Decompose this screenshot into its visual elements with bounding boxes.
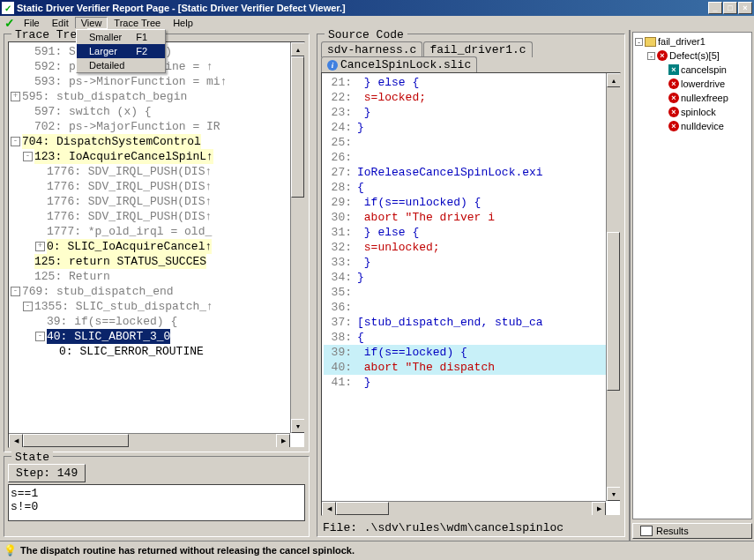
expand-icon[interactable]: -	[11, 137, 20, 146]
menu-view-detailed[interactable]: Detailed	[77, 58, 165, 72]
source-line[interactable]: 31: } else {	[324, 225, 618, 240]
line-number: 39:	[324, 345, 352, 360]
scroll-right-button[interactable]: ▶	[276, 434, 290, 448]
source-line[interactable]: 23: }	[324, 105, 618, 120]
results-button[interactable]: Results	[632, 523, 752, 539]
scrollbar-horizontal[interactable]: ◀ ▶	[322, 501, 606, 515]
scrollbar-horizontal[interactable]: ◀ ▶	[9, 433, 290, 447]
scroll-right-button[interactable]: ▶	[592, 502, 606, 516]
source-line[interactable]: 33: }	[324, 255, 618, 270]
source-line[interactable]: 29: if(s==unlocked) {	[324, 195, 618, 210]
trace-line[interactable]: +0: SLIC_IoAcquireCancel↑	[11, 239, 302, 254]
trace-line[interactable]: 593: ps->MinorFunction = mi↑	[11, 74, 302, 89]
source-line[interactable]: 21: } else {	[324, 75, 618, 90]
trace-line[interactable]: 1776: SDV_IRQL_PUSH(DIS↑	[11, 194, 302, 209]
scroll-thumb[interactable]	[23, 434, 129, 447]
source-line[interactable]: 26:	[324, 150, 618, 165]
menu-help[interactable]: Help	[167, 17, 199, 29]
trace-line[interactable]: 702: ps->MajorFunction = IR	[11, 119, 302, 134]
scroll-up-button[interactable]: ▲	[607, 73, 621, 87]
source-line[interactable]: 40: abort "The dispatch	[324, 360, 618, 375]
close-button[interactable]: ×	[738, 2, 752, 14]
scrollbar-vertical[interactable]: ▲ ▼	[290, 42, 304, 433]
defect-item[interactable]: ×nullexfreep	[635, 91, 750, 105]
selected-icon: ×	[668, 64, 679, 75]
collapse-icon[interactable]: -	[635, 38, 643, 46]
tree-group[interactable]: - × Defect(s)[5]	[635, 49, 750, 63]
source-line[interactable]: 38:{	[324, 330, 618, 345]
trace-text: 704: DispatchSystemControl	[22, 134, 201, 149]
trace-line[interactable]: 125: return STATUS_SUCCES	[11, 254, 302, 269]
menu-view-larger[interactable]: Larger F2	[77, 44, 165, 58]
tab-cancelspinlock[interactable]: i CancelSpinLock.slic	[321, 56, 477, 72]
trace-line[interactable]: -40: SLIC_ABORT_3_0	[11, 329, 302, 344]
scrollbar-vertical[interactable]: ▲ ▼	[606, 73, 620, 501]
source-line[interactable]: 25:	[324, 135, 618, 150]
scroll-left-button[interactable]: ◀	[322, 502, 336, 516]
tab-fail-driver1[interactable]: fail_driver1.c	[423, 41, 532, 57]
source-line[interactable]: 37:[stub_dispatch_end, stub_ca	[324, 315, 618, 330]
trace-line[interactable]: 1776: SDV_IRQL_PUSH(DIS↑	[11, 209, 302, 224]
trace-line[interactable]: 39: if(s==locked) {	[11, 314, 302, 329]
scroll-down-button[interactable]: ▼	[607, 487, 621, 501]
source-line[interactable]: 34:}	[324, 270, 618, 285]
defect-item[interactable]: ×cancelspin	[635, 63, 750, 77]
trace-tree-content[interactable]: 591: SdvMakeChoice()592: ps->CancelRouti…	[9, 42, 304, 447]
scroll-thumb[interactable]	[336, 502, 389, 515]
expand-icon[interactable]: +	[11, 92, 20, 101]
menu-view[interactable]: View	[75, 17, 108, 29]
collapse-icon[interactable]: -	[647, 52, 655, 60]
source-line[interactable]: 32: s=unlocked;	[324, 240, 618, 255]
source-line[interactable]: 39: if(s==locked) {	[324, 345, 618, 360]
source-line[interactable]: 35:	[324, 285, 618, 300]
menu-file[interactable]: File	[18, 17, 46, 29]
scroll-up-button[interactable]: ▲	[291, 42, 305, 56]
menu-tracetree[interactable]: Trace Tree	[108, 17, 167, 29]
source-line[interactable]: 27:IoReleaseCancelSpinLock.exi	[324, 165, 618, 180]
trace-line[interactable]: -769: stub_dispatch_end	[11, 284, 302, 299]
defect-label: cancelspin	[681, 63, 727, 77]
defect-item[interactable]: ×nulldevice	[635, 119, 750, 133]
tab-sdv-harness[interactable]: sdv-harness.c	[321, 41, 422, 57]
source-line[interactable]: 36:	[324, 300, 618, 315]
line-number: 26:	[324, 150, 352, 165]
trace-line[interactable]: 1776: SDV_IRQL_PUSH(DIS↑	[11, 179, 302, 194]
expand-icon[interactable]: -	[35, 332, 45, 341]
scroll-thumb[interactable]	[607, 232, 620, 391]
defect-tree[interactable]: - fail_driver1 - × Defect(s)[5] ×cancels…	[632, 32, 752, 519]
trace-line[interactable]: 1776: SDV_IRQL_PUSH(DIS↑	[11, 164, 302, 179]
defect-item[interactable]: ×lowerdrive	[635, 77, 750, 91]
maximize-button[interactable]: □	[723, 2, 737, 14]
source-line[interactable]: 30: abort "The driver i	[324, 210, 618, 225]
menu-edit[interactable]: Edit	[46, 17, 75, 29]
tree-root[interactable]: - fail_driver1	[635, 34, 750, 49]
source-line[interactable]: 28:{	[324, 180, 618, 195]
trace-line[interactable]: 597: switch (x) {	[11, 104, 302, 119]
expand-icon[interactable]: -	[23, 152, 33, 161]
trace-text: 1776: SDV_IRQL_PUSH(DIS↑	[47, 164, 212, 179]
source-line[interactable]: 41: }	[324, 375, 618, 390]
expand-icon[interactable]: -	[23, 302, 33, 311]
menu-view-smaller[interactable]: Smaller F1	[77, 30, 165, 44]
expand-icon[interactable]: +	[35, 242, 45, 251]
trace-line[interactable]: -1355: SLIC_stub_dispatch_↑	[11, 299, 302, 314]
scroll-left-button[interactable]: ◀	[9, 434, 23, 448]
scroll-thumb[interactable]	[291, 56, 304, 198]
expand-icon[interactable]: -	[11, 287, 20, 296]
trace-line[interactable]: -123: IoAcquireCancelSpinL↑	[11, 149, 302, 164]
trace-line[interactable]: 125: Return	[11, 269, 302, 284]
source-line[interactable]: 22: s=locked;	[324, 90, 618, 105]
defect-item[interactable]: ×spinlock	[635, 105, 750, 119]
scroll-down-button[interactable]: ▼	[291, 419, 305, 433]
trace-line[interactable]: 1777: *p_old_irql = old_	[11, 224, 302, 239]
step-button[interactable]: Step: 149	[8, 464, 86, 482]
trace-line[interactable]: 0: SLIC_ERROR_ROUTINE	[11, 344, 302, 359]
source-content[interactable]: 21: } else {22: s=locked;23: }24:}25:26:…	[322, 73, 620, 515]
line-number: 38:	[324, 330, 352, 345]
source-line[interactable]: 24:}	[324, 120, 618, 135]
trace-line[interactable]: -704: DispatchSystemControl	[11, 134, 302, 149]
source-text: if(s==locked) {	[357, 346, 467, 359]
minimize-button[interactable]: _	[708, 2, 722, 14]
trace-line[interactable]: +595: stub_dispatch_begin	[11, 89, 302, 104]
defect-label: nulldevice	[681, 119, 724, 133]
